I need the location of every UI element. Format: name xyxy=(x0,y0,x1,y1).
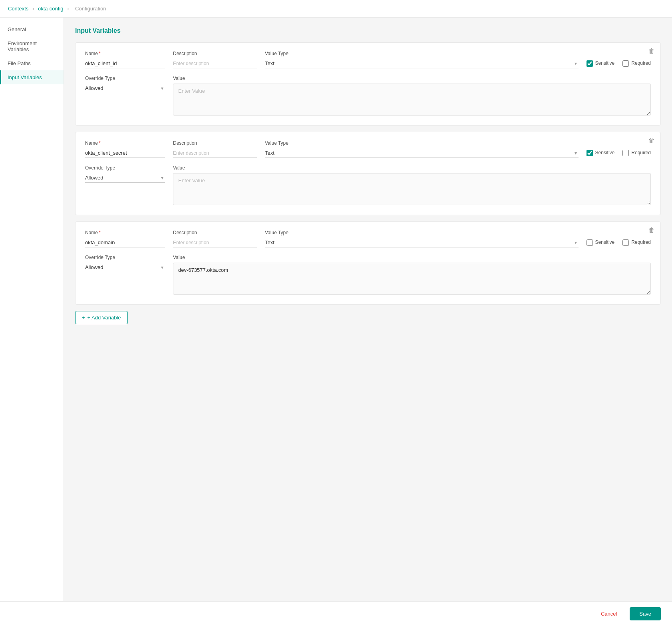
breadcrumb-sep1: › xyxy=(32,6,34,12)
value-type-select-wrapper-3: Text Number Boolean Secret xyxy=(265,238,579,247)
required-star-3: * xyxy=(99,230,101,235)
form-row-2-top: Name* Description Value Type Text xyxy=(85,140,651,158)
override-select-wrapper-1: Allowed Not Allowed Required xyxy=(85,84,165,93)
value-group-3: Value dev-673577.okta.com xyxy=(173,255,651,295)
value-type-select-wrapper-1: Text Number Boolean Secret xyxy=(265,59,579,68)
required-label-2: Required xyxy=(631,150,651,156)
override-group-3: Override Type Allowed Not Allowed Requir… xyxy=(85,255,165,272)
form-row-3-top: Name* Description Value Type Text xyxy=(85,230,651,247)
desc-label-3: Description xyxy=(173,230,257,235)
add-variable-button[interactable]: + + Add Variable xyxy=(75,311,128,324)
required-checkbox-2[interactable] xyxy=(622,150,629,156)
app-container: Contexts › okta-config › Configuration G… xyxy=(0,0,672,626)
required-group-3: Required xyxy=(622,239,651,247)
breadcrumb-contexts[interactable]: Contexts xyxy=(8,6,28,12)
form-row-1-top: Name* Description Value Type Text xyxy=(85,51,651,68)
override-select-2[interactable]: Allowed Not Allowed Required xyxy=(85,173,165,183)
breadcrumb-sep2: › xyxy=(67,6,69,12)
value-type-select-3[interactable]: Text Number Boolean Secret xyxy=(265,238,579,247)
sensitive-label-3: Sensitive xyxy=(595,239,615,245)
sensitive-label-1: Sensitive xyxy=(595,60,615,66)
value-group-2: Value xyxy=(173,165,651,205)
desc-group-3: Description xyxy=(173,230,257,247)
required-checkbox-1[interactable] xyxy=(622,60,629,67)
sidebar-item-general[interactable]: General xyxy=(0,22,64,36)
required-label-1: Required xyxy=(631,60,651,66)
value-textarea-1[interactable] xyxy=(173,84,651,116)
required-star-1: * xyxy=(99,51,101,56)
name-label-1: Name* xyxy=(85,51,165,56)
name-group-1: Name* xyxy=(85,51,165,68)
override-label-1: Override Type xyxy=(85,76,165,81)
sidebar-item-input-variables[interactable]: Input Variables xyxy=(0,70,64,84)
save-button[interactable]: Save xyxy=(630,607,661,620)
variable-card-3: 🗑 Name* Description Value Type xyxy=(75,221,661,305)
value-type-label-1: Value Type xyxy=(265,51,579,56)
value-type-group-1: Value Type Text Number Boolean Secret xyxy=(265,51,579,68)
value-type-select-wrapper-2: Text Number Boolean Secret xyxy=(265,148,579,158)
sensitive-checkbox-1[interactable] xyxy=(587,60,593,67)
sensitive-group-2: Sensitive xyxy=(587,150,615,158)
override-label-2: Override Type xyxy=(85,165,165,171)
variable-card-2: 🗑 Name* Description Value Type xyxy=(75,132,661,215)
override-select-wrapper-2: Allowed Not Allowed Required xyxy=(85,173,165,183)
sensitive-label-2: Sensitive xyxy=(595,150,615,156)
value-textarea-3[interactable]: dev-673577.okta.com xyxy=(173,263,651,295)
value-type-label-3: Value Type xyxy=(265,230,579,235)
sensitive-group-1: Sensitive xyxy=(587,60,615,68)
desc-label-2: Description xyxy=(173,140,257,146)
form-row-2-bottom: Override Type Allowed Not Allowed Requir… xyxy=(85,165,651,205)
required-group-2: Required xyxy=(622,150,651,158)
required-label-3: Required xyxy=(631,239,651,245)
desc-input-3[interactable] xyxy=(173,238,257,247)
name-input-2[interactable] xyxy=(85,148,165,158)
desc-input-2[interactable] xyxy=(173,148,257,158)
value-type-group-2: Value Type Text Number Boolean Secret xyxy=(265,140,579,158)
sensitive-group-3: Sensitive xyxy=(587,239,615,247)
value-textarea-2[interactable] xyxy=(173,173,651,205)
desc-label-1: Description xyxy=(173,51,257,56)
breadcrumb-configuration: Configuration xyxy=(75,6,106,12)
required-group-1: Required xyxy=(622,60,651,68)
desc-group-2: Description xyxy=(173,140,257,158)
sidebar: General Environment Variables File Paths… xyxy=(0,18,64,601)
value-type-label-2: Value Type xyxy=(265,140,579,146)
sidebar-item-file-paths[interactable]: File Paths xyxy=(0,56,64,70)
override-select-wrapper-3: Allowed Not Allowed Required xyxy=(85,263,165,272)
sensitive-checkbox-3[interactable] xyxy=(587,239,593,246)
breadcrumb-okta-config[interactable]: okta-config xyxy=(38,6,64,12)
override-select-1[interactable]: Allowed Not Allowed Required xyxy=(85,84,165,93)
breadcrumb: Contexts › okta-config › Configuration xyxy=(0,0,672,18)
sensitive-checkbox-2[interactable] xyxy=(587,150,593,156)
add-variable-label: + Add Variable xyxy=(87,315,121,321)
form-row-1-bottom: Override Type Allowed Not Allowed Requir… xyxy=(85,76,651,116)
sidebar-item-environment-variables[interactable]: Environment Variables xyxy=(0,36,64,56)
page-title: Input Variables xyxy=(75,27,661,34)
value-type-select-2[interactable]: Text Number Boolean Secret xyxy=(265,148,579,158)
value-label-1: Value xyxy=(173,76,651,81)
name-label-3: Name* xyxy=(85,230,165,235)
override-group-1: Override Type Allowed Not Allowed Requir… xyxy=(85,76,165,93)
required-checkbox-3[interactable] xyxy=(622,239,629,246)
add-variable-icon: + xyxy=(82,315,85,321)
form-row-3-bottom: Override Type Allowed Not Allowed Requir… xyxy=(85,255,651,295)
override-group-2: Override Type Allowed Not Allowed Requir… xyxy=(85,165,165,183)
value-group-1: Value xyxy=(173,76,651,116)
delete-icon-1[interactable]: 🗑 xyxy=(648,48,655,55)
footer-bar: Cancel Save xyxy=(0,601,672,626)
override-select-3[interactable]: Allowed Not Allowed Required xyxy=(85,263,165,272)
delete-icon-3[interactable]: 🗑 xyxy=(648,227,655,234)
required-star-2: * xyxy=(99,140,101,146)
desc-input-1[interactable] xyxy=(173,59,257,68)
name-group-2: Name* xyxy=(85,140,165,158)
name-input-3[interactable] xyxy=(85,238,165,247)
name-input-1[interactable] xyxy=(85,59,165,68)
delete-icon-2[interactable]: 🗑 xyxy=(648,137,655,144)
variable-card-1: 🗑 Name* Description Value Type xyxy=(75,42,661,126)
cancel-button[interactable]: Cancel xyxy=(594,608,623,620)
value-type-select-1[interactable]: Text Number Boolean Secret xyxy=(265,59,579,68)
override-label-3: Override Type xyxy=(85,255,165,260)
value-label-2: Value xyxy=(173,165,651,171)
value-type-group-3: Value Type Text Number Boolean Secret xyxy=(265,230,579,247)
name-label-2: Name* xyxy=(85,140,165,146)
